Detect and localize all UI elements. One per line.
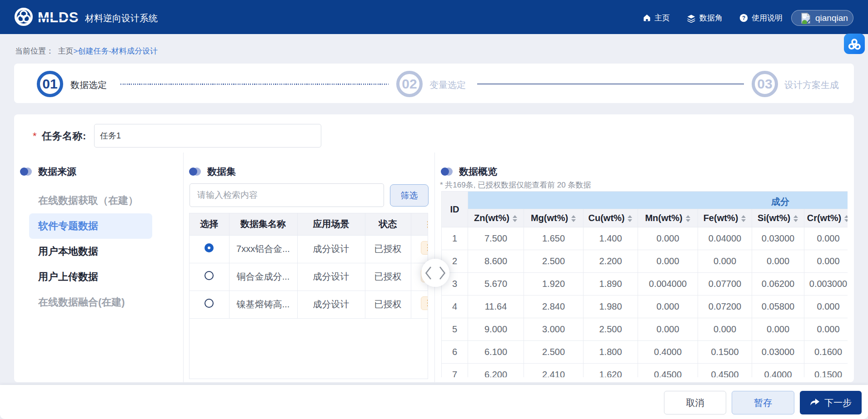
svg-text:?: ? (742, 15, 745, 21)
